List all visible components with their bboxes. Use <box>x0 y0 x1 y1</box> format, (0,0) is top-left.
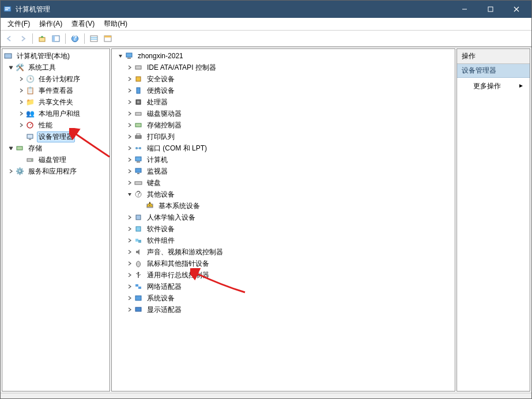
svg-rect-17 <box>5 54 12 58</box>
ports-icon <box>134 144 143 153</box>
more-actions-item[interactable]: 更多操作 ▸ <box>457 78 530 95</box>
menu-view[interactable]: 查看(V) <box>67 18 99 30</box>
chevron-right-icon[interactable] <box>126 236 134 244</box>
chevron-right-icon[interactable] <box>17 98 25 106</box>
chevron-right-icon[interactable] <box>126 294 134 302</box>
chevron-right-icon[interactable] <box>126 306 134 314</box>
chevron-right-icon[interactable] <box>126 63 134 71</box>
toolbar-separator <box>32 33 33 44</box>
svg-rect-26 <box>127 58 131 59</box>
help-button[interactable]: ? <box>69 32 81 45</box>
category-print[interactable]: 打印队列 <box>112 131 455 142</box>
more-actions-label: 更多操作 <box>473 82 501 90</box>
category-disk[interactable]: 磁盘驱动器 <box>112 108 455 119</box>
chevron-right-icon[interactable] <box>126 248 134 256</box>
chevron-right-icon[interactable] <box>126 283 134 291</box>
chevron-right-icon[interactable] <box>126 121 134 129</box>
category-network[interactable]: 网络适配器 <box>112 281 455 292</box>
device-tree-pane[interactable]: zhongxin-2021IDE ATA/ATAPI 控制器安全设备便携设备处理… <box>111 48 455 392</box>
category-system[interactable]: 系统设备 <box>112 292 455 304</box>
chevron-right-icon[interactable] <box>17 121 25 129</box>
chevron-right-icon[interactable] <box>17 110 25 118</box>
category-ports[interactable]: 端口 (COM 和 LPT) <box>112 142 455 154</box>
chevron-down-icon[interactable] <box>7 63 15 71</box>
chevron-right-icon[interactable] <box>126 98 134 106</box>
view-list-button[interactable] <box>88 32 100 45</box>
category-software-components[interactable]: 软件组件 <box>112 235 455 246</box>
chevron-right-icon[interactable] <box>126 213 134 221</box>
tree-local-users[interactable]: 👥 本地用户和组 <box>2 108 110 119</box>
show-hide-tree-button[interactable] <box>50 32 62 45</box>
clock-icon: 🕒 <box>25 74 35 84</box>
tree-system-tools[interactable]: 🛠️ 系统工具 <box>2 62 110 73</box>
category-usb[interactable]: 通用串行总线控制器 <box>112 269 455 281</box>
category-mouse[interactable]: 鼠标和其他指针设备 <box>112 258 455 269</box>
tree-label: 声音、视频和游戏控制器 <box>145 247 225 258</box>
chevron-right-icon[interactable] <box>126 167 134 175</box>
tree-root-computer-management[interactable]: 计算机管理(本地) <box>2 50 110 62</box>
svg-rect-28 <box>136 77 141 81</box>
menu-file[interactable]: 文件(F) <box>3 18 35 30</box>
tree-label: 人体学输入设备 <box>145 212 197 223</box>
chevron-right-icon[interactable] <box>17 75 25 83</box>
tree-services[interactable]: ⚙️ 服务和应用程序 <box>2 165 110 177</box>
category-audio[interactable]: 声音、视频和游戏控制器 <box>112 246 455 258</box>
forward-button[interactable] <box>17 32 29 45</box>
toolbar-separator <box>84 33 85 44</box>
chevron-down-icon[interactable] <box>126 190 134 198</box>
back-button[interactable] <box>3 32 16 45</box>
chevron-right-icon[interactable] <box>7 167 15 175</box>
chevron-right-icon[interactable] <box>126 156 134 164</box>
tree-event-viewer[interactable]: 📋 事件查看器 <box>2 85 110 96</box>
tree-disk-management[interactable]: 磁盘管理 <box>2 154 110 165</box>
tree-device-manager[interactable]: 设备管理器 <box>2 131 110 142</box>
disp-icon <box>134 305 143 314</box>
device-base-system[interactable]: !基本系统设备 <box>112 200 455 212</box>
category-keyboard[interactable]: 键盘 <box>112 177 455 189</box>
chevron-right-icon[interactable] <box>126 86 134 95</box>
chevron-right-icon[interactable] <box>126 133 134 141</box>
tree-label: 监视器 <box>145 166 169 177</box>
category-ide[interactable]: IDE ATA/ATAPI 控制器 <box>112 62 455 73</box>
svg-rect-35 <box>137 134 140 135</box>
category-processor[interactable]: 处理器 <box>112 96 455 108</box>
close-button[interactable] <box>503 1 529 18</box>
tree-storage[interactable]: 存储 <box>2 142 110 154</box>
minimize-button[interactable] <box>451 1 477 18</box>
tree-label: 基本系统设备 <box>157 201 202 212</box>
maximize-button[interactable] <box>477 1 503 18</box>
category-other[interactable]: ?其他设备 <box>112 189 455 200</box>
tree-shared-folders[interactable]: 📁 共享文件夹 <box>2 96 110 108</box>
category-security[interactable]: 安全设备 <box>112 73 455 85</box>
chevron-right-icon[interactable] <box>126 110 134 118</box>
chevron-down-icon[interactable] <box>7 144 15 152</box>
tree-performance[interactable]: 性能 <box>2 119 110 131</box>
stor-icon <box>134 121 143 130</box>
menu-help[interactable]: 帮助(H) <box>99 18 132 30</box>
category-display[interactable]: 显示适配器 <box>112 304 455 315</box>
svg-rect-25 <box>126 53 132 57</box>
up-button[interactable] <box>36 32 48 45</box>
category-storage-ctrl[interactable]: 存储控制器 <box>112 119 455 131</box>
chevron-right-icon[interactable] <box>126 271 134 279</box>
chevron-right-icon[interactable] <box>126 144 134 152</box>
chevron-down-icon[interactable] <box>116 52 124 60</box>
chevron-right-icon[interactable] <box>17 86 25 95</box>
category-portable[interactable]: 便携设备 <box>112 85 455 96</box>
device-root[interactable]: zhongxin-2021 <box>112 50 455 62</box>
left-tree-pane[interactable]: 计算机管理(本地) 🛠️ 系统工具 🕒 任务计划程序 📋 事件查看器 📁 共享文 <box>2 48 110 392</box>
chevron-right-icon[interactable] <box>126 75 134 83</box>
svg-rect-51 <box>138 240 141 243</box>
menu-action[interactable]: 操作(A) <box>35 18 67 30</box>
chevron-right-icon[interactable] <box>126 225 134 233</box>
other-icon: ? <box>134 190 143 199</box>
category-software-devices[interactable]: 软件设备 <box>112 223 455 235</box>
view-details-button[interactable] <box>101 32 114 45</box>
svg-rect-50 <box>135 239 138 242</box>
category-computer[interactable]: 计算机 <box>112 154 455 165</box>
category-monitor[interactable]: 监视器 <box>112 165 455 177</box>
category-hid[interactable]: 人体学输入设备 <box>112 212 455 223</box>
chevron-right-icon[interactable] <box>126 259 134 268</box>
chevron-right-icon[interactable] <box>126 179 134 187</box>
tree-task-scheduler[interactable]: 🕒 任务计划程序 <box>2 73 110 85</box>
